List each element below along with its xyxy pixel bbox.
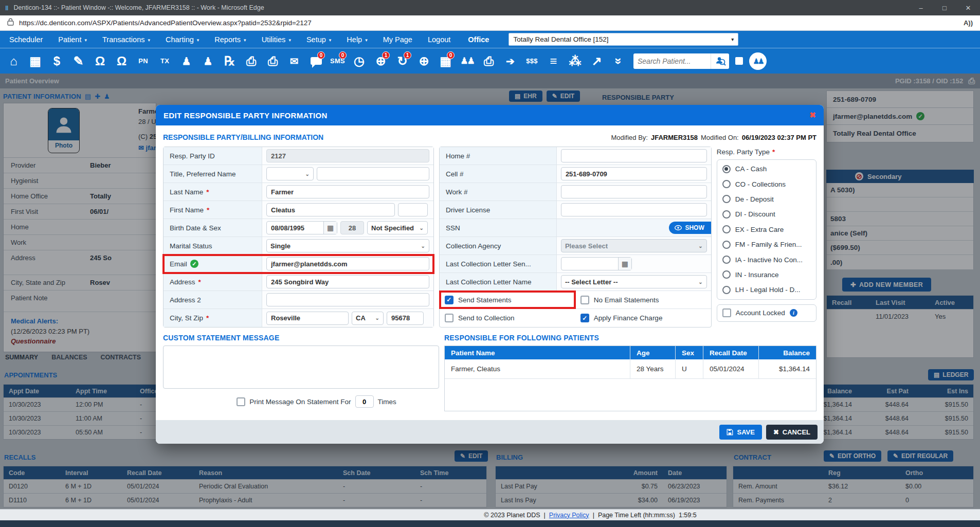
calendar-icon[interactable]: ▦	[323, 222, 337, 234]
close-button[interactable]: ✕	[956, 0, 980, 15]
radio-in-insurance[interactable]: IN - Insurance	[717, 267, 816, 282]
menu-reports[interactable]: Reports▾	[214, 35, 246, 44]
fee-schedules-icon[interactable]: $$$	[522, 51, 541, 71]
menu-my-page[interactable]: My Page	[383, 35, 412, 44]
chevron-down-icon: ▾	[84, 37, 87, 43]
reports-list-icon[interactable]: ≡	[544, 51, 563, 71]
account-locked-checkbox[interactable]	[722, 308, 731, 317]
menu-setup[interactable]: Setup▾	[306, 35, 331, 44]
analytics-icon[interactable]: ↗	[587, 51, 606, 71]
home-phone-field[interactable]	[561, 149, 707, 162]
address2-field[interactable]	[266, 293, 429, 306]
perio-chart-icon[interactable]: Ω	[90, 51, 110, 71]
send-to-collection-checkbox[interactable]	[445, 314, 453, 322]
read-aloud-icon[interactable]: A))	[964, 19, 973, 27]
treatment-plans-icon[interactable]: TX	[155, 51, 174, 71]
menu-help[interactable]: Help▾	[347, 35, 367, 44]
ssn-show-button[interactable]: SHOW	[669, 222, 711, 234]
referrals-icon[interactable]: ➔	[501, 51, 520, 71]
add-family-icon[interactable]: ♟	[198, 51, 217, 71]
sms-icon[interactable]: SMS0	[328, 51, 347, 71]
sex-select[interactable]: Not Specified⌄	[367, 221, 428, 234]
work-phone-field[interactable]	[561, 185, 707, 198]
responsible-patient-row[interactable]: Farmer, Cleatus 28 Years U 05/01/2024 $1…	[445, 359, 816, 379]
radio-de-deposit[interactable]: De - Deposit	[717, 192, 816, 207]
preferred-name-field[interactable]	[317, 167, 429, 180]
progress-notes-icon[interactable]: PN	[134, 51, 153, 71]
payments-icon[interactable]: $	[47, 51, 66, 71]
chevron-down-icon: ▾	[288, 37, 291, 43]
org-chart-icon[interactable]: ⁂	[566, 51, 585, 71]
last-letter-sent-field[interactable]	[561, 260, 618, 268]
lab-cases-icon[interactable]: ⎙	[242, 51, 261, 71]
last-name-field[interactable]	[266, 185, 429, 198]
menu-charting[interactable]: Charting▾	[166, 35, 199, 44]
search-input[interactable]	[633, 53, 711, 69]
web-appointments-icon[interactable]: ⊕1	[371, 51, 390, 71]
menu-patient[interactable]: Patient▾	[58, 35, 87, 44]
group-search-icon[interactable]: ♟♟	[749, 52, 767, 70]
address-input[interactable]: https://dc.denticon.com/ASPX/Patients/Ad…	[19, 19, 312, 27]
send-statements-checkbox[interactable]: ✓	[445, 296, 453, 304]
lock-icon[interactable]	[7, 18, 14, 28]
print-chart-icon[interactable]: ⎙	[263, 51, 282, 71]
menu-scheduler[interactable]: Scheduler	[9, 35, 43, 44]
email-field[interactable]	[266, 257, 429, 270]
maximize-button[interactable]: □	[933, 0, 956, 15]
menu-logout[interactable]: Logout	[428, 35, 450, 44]
radio-ex-extra-care[interactable]: EX - Extra Care	[717, 222, 816, 237]
custom-statement-title: CUSTOM STATEMENT MESSAGE	[163, 334, 279, 342]
close-icon[interactable]: ✖	[809, 111, 816, 120]
radio-co-collections[interactable]: CO - Collections	[717, 176, 816, 191]
calendar-icon[interactable]: ▦	[618, 258, 631, 270]
batch-print-icon[interactable]: ⎙	[479, 51, 498, 71]
address-field[interactable]	[266, 275, 429, 288]
home-icon[interactable]: ⌂	[4, 51, 23, 71]
zip-field[interactable]	[387, 312, 424, 325]
chat-messages-icon[interactable]: 0	[306, 51, 325, 71]
last-letter-name-select[interactable]: -- Select Letter --⌄	[561, 275, 707, 288]
prescriptions-icon[interactable]: ℞	[220, 51, 239, 71]
more-icon[interactable]: »	[609, 51, 628, 71]
add-patient-icon[interactable]: ♟	[177, 51, 196, 71]
cell-phone-field[interactable]	[561, 167, 707, 180]
privacy-policy-link[interactable]: Privacy Policy	[549, 512, 589, 519]
menu-transactions[interactable]: Transactions▾	[102, 35, 150, 44]
statements-icon[interactable]: ✉	[285, 51, 304, 71]
office-select[interactable]: Totally Real Dental Office [152]▾	[509, 33, 738, 46]
task-center-icon[interactable]: ▦0	[436, 51, 455, 71]
first-name-field[interactable]	[266, 203, 395, 216]
search-scope-checkbox[interactable]	[735, 57, 743, 65]
minimize-button[interactable]: –	[909, 0, 933, 15]
custom-statement-textarea[interactable]	[163, 346, 439, 389]
apply-finance-charge-checkbox[interactable]: ✓	[580, 314, 589, 322]
radio-fm-family[interactable]: FM - Family & Frien...	[717, 237, 816, 252]
title-select[interactable]: ⌄	[266, 167, 314, 180]
no-email-statements-checkbox[interactable]	[580, 296, 589, 304]
birth-date-field[interactable]	[267, 224, 323, 232]
info-icon[interactable]: i	[790, 309, 797, 317]
chart-edit-icon[interactable]: ✎	[69, 51, 88, 71]
recall-manager-icon[interactable]: ↻1	[393, 51, 412, 71]
save-button[interactable]: SAVE	[719, 425, 761, 440]
radio-ia-inactive[interactable]: IA - Inactive No Con...	[717, 252, 816, 267]
print-message-checkbox[interactable]	[237, 397, 245, 406]
cancel-button[interactable]: ✖CANCEL	[766, 425, 818, 440]
middle-initial-field[interactable]	[398, 203, 428, 216]
online-portal-icon[interactable]: ⊕	[414, 51, 433, 71]
marital-status-select[interactable]: Single⌄	[266, 239, 429, 252]
search-patient-icon[interactable]	[711, 53, 729, 69]
chevron-down-icon: ⌄	[421, 243, 425, 249]
radio-lh-legal-hold[interactable]: LH - Legal Hold - D...	[717, 282, 816, 297]
tooth-chart-icon[interactable]: Ω	[112, 51, 131, 71]
state-select[interactable]: CA⌄	[352, 312, 384, 325]
schedule-icon[interactable]: ▦	[26, 51, 45, 71]
time-clock-icon[interactable]: ◷	[350, 51, 369, 71]
city-field[interactable]	[266, 312, 349, 325]
driver-license-field[interactable]	[561, 203, 707, 216]
print-times-field[interactable]	[355, 395, 374, 408]
radio-ca-cash[interactable]: CA - Cash	[717, 161, 816, 176]
family-file-icon[interactable]: ♟♟	[458, 51, 477, 71]
menu-utilities[interactable]: Utilities▾	[262, 35, 291, 44]
radio-di-discount[interactable]: DI - Discount	[717, 207, 816, 222]
